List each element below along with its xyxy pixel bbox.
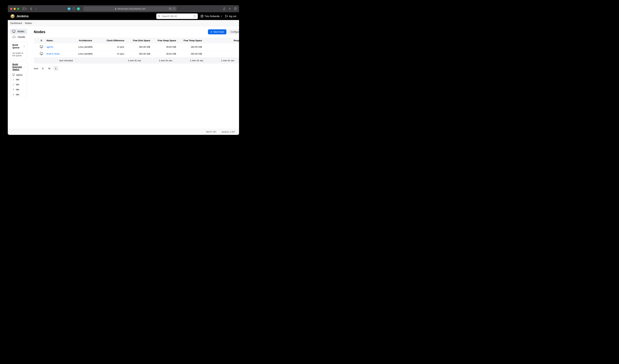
icon-size-l[interactable]: L: [54, 66, 58, 71]
build-queue-header[interactable]: Build Queue: [10, 42, 27, 51]
col-header-arch[interactable]: Architecture: [72, 39, 98, 42]
svg-point-8: [158, 15, 160, 16]
breadcrumb-dashboard[interactable]: Dashboard: [10, 22, 22, 25]
svg-text:文: 文: [169, 8, 170, 9]
build-queue-empty: No builds in the queue.: [10, 51, 27, 59]
grammarly-icon[interactable]: G: [77, 7, 80, 10]
col-header-temp[interactable]: Free Temp Space: [176, 39, 202, 42]
col-header-swap[interactable]: Free Swap Space: [150, 39, 176, 42]
search-input[interactable]: [162, 15, 192, 18]
user-menu[interactable]: Tutu Rulianda: [200, 15, 222, 18]
panel-title: Build Queue: [13, 44, 23, 49]
cell-swap: 26.83 GiB: [150, 46, 176, 48]
translate-icon[interactable]: 文A: [169, 8, 172, 10]
executor-row: 1Idle: [10, 77, 27, 82]
executor-agent-link[interactable]: agent1: [10, 72, 27, 77]
new-tab-icon[interactable]: [228, 7, 231, 10]
cell-disk: 282.00 GiB: [124, 46, 150, 48]
cloud-icon: [12, 36, 15, 38]
minimize-window[interactable]: [14, 8, 16, 10]
new-node-button[interactable]: New Node: [208, 29, 226, 34]
plus-icon: [210, 31, 212, 33]
cell-disk: 282.00 GiB: [124, 53, 150, 55]
svg-rect-15: [13, 74, 15, 75]
sidebar-toggle-icon[interactable]: [23, 8, 27, 10]
window-controls: [10, 8, 19, 10]
help-icon[interactable]: ?: [193, 15, 196, 18]
agent-name: agent1: [16, 73, 23, 76]
footer-clock: 1 min 41 sec: [115, 59, 141, 62]
icon-size-m[interactable]: M: [47, 66, 52, 71]
cell-resp: 0ms: [202, 53, 239, 55]
lock-icon: [115, 8, 117, 10]
node-link[interactable]: Built-In Node: [47, 53, 60, 55]
executor-row: 3Idle: [10, 87, 27, 92]
chevron-right-icon: ›: [23, 22, 24, 25]
cell-temp: 282.00 GiB: [176, 53, 202, 55]
page-title: Nodes: [34, 30, 45, 34]
configure-monitors-button[interactable]: Configure Monitors: [228, 29, 239, 34]
svg-rect-22: [40, 53, 43, 54]
monitor-icon: [12, 30, 15, 33]
svg-rect-18: [40, 46, 43, 47]
executor-row: 2Idle: [10, 82, 27, 87]
chevron-down-icon: [23, 45, 25, 47]
table-row: agent1 Linux (amd64) In sync 282.00 GiB …: [34, 43, 239, 50]
col-header-disk[interactable]: Free Disk Space: [124, 39, 150, 42]
cell-temp: 282.00 GiB: [176, 46, 202, 48]
app-header: Jenkins ? Tutu Rulianda log out: [8, 12, 239, 20]
shield-icon[interactable]: [72, 7, 75, 10]
executor-status-header[interactable]: Build Executor Status: [10, 61, 27, 72]
back-button[interactable]: [30, 8, 32, 10]
node-link[interactable]: agent1: [47, 46, 54, 48]
main-content: Nodes New Node Configure Monitors: [30, 26, 239, 129]
col-header-status[interactable]: S: [36, 39, 47, 42]
tabs-icon[interactable]: [234, 7, 237, 10]
reload-icon[interactable]: [173, 8, 175, 10]
footer-temp: 1 min 41 sec: [209, 59, 235, 62]
breadcrumb: Dashboard › Nodes ›: [8, 20, 239, 26]
nodes-table: S Name↓ Architecture Clock Difference Fr…: [34, 38, 239, 64]
executor-status-panel: Build Executor Status agent1 1Idle 2Idle…: [10, 61, 27, 97]
breadcrumb-nodes[interactable]: Nodes: [25, 22, 32, 25]
sidebar-item-label: Clouds: [18, 36, 25, 38]
search-box[interactable]: ?: [156, 14, 198, 19]
chevron-down-icon: [24, 66, 25, 68]
panel-title: Build Executor Status: [13, 63, 24, 71]
chevron-right-icon: ›: [33, 22, 34, 25]
executor-row: 4Idle: [10, 92, 27, 97]
cell-arch: Linux (amd64): [72, 53, 98, 55]
cell-arch: Linux (amd64): [72, 46, 98, 48]
forward-button[interactable]: [35, 8, 37, 10]
extension-icon[interactable]: B+: [68, 7, 71, 10]
monitor-icon: [13, 74, 15, 76]
url-bar[interactable]: devsecops.tuturulianda.com 文A: [84, 6, 177, 11]
icon-size-s[interactable]: S: [41, 66, 45, 71]
user-icon: [200, 15, 203, 18]
jenkins-version: Jenkins 2.457: [221, 130, 235, 133]
sort-down-icon: ↓: [53, 40, 54, 42]
url-text: devsecops.tuturulianda.com: [118, 7, 146, 10]
jenkins-logo[interactable]: Jenkins: [11, 14, 29, 18]
sidebar: Nodes Clouds Build Queue No builds in th…: [8, 26, 30, 129]
rest-api-link[interactable]: REST API: [206, 130, 216, 133]
logout-link[interactable]: log out: [225, 15, 236, 18]
share-icon[interactable]: [223, 7, 225, 10]
monitor-icon: [40, 46, 43, 48]
svg-rect-2: [115, 9, 116, 10]
col-header-name[interactable]: Name↓: [47, 39, 72, 42]
sidebar-item-nodes[interactable]: Nodes: [10, 29, 27, 34]
col-header-clock[interactable]: Clock Difference: [98, 39, 124, 42]
svg-point-11: [202, 15, 202, 16]
svg-rect-7: [234, 8, 236, 10]
table-footer: last checked 1 min 41 sec 1 min 41 sec 1…: [34, 57, 239, 64]
jenkins-logo-icon: [11, 14, 15, 18]
cell-resp: 88ms: [202, 46, 239, 48]
sidebar-item-clouds[interactable]: Clouds: [10, 34, 27, 40]
close-window[interactable]: [10, 8, 12, 10]
col-header-resp[interactable]: Response Time: [202, 39, 239, 42]
logout-icon: [225, 15, 228, 18]
footer-label: last checked: [53, 59, 79, 62]
table-header: S Name↓ Architecture Clock Difference Fr…: [34, 38, 239, 43]
maximize-window[interactable]: [17, 8, 19, 10]
